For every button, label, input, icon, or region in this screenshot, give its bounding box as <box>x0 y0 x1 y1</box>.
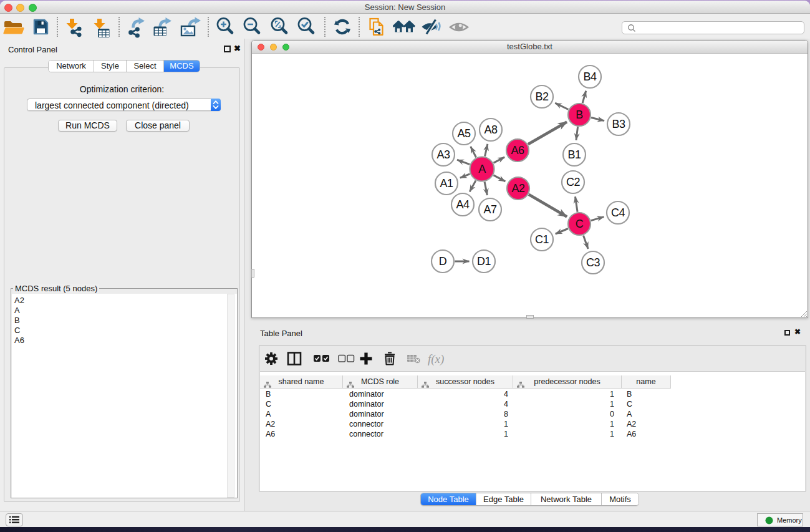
svg-text:A7: A7 <box>483 203 497 216</box>
svg-text:A4: A4 <box>456 198 470 211</box>
svg-text:B1: B1 <box>567 148 581 161</box>
svg-text:B: B <box>576 109 583 121</box>
svg-text:C2: C2 <box>566 176 580 188</box>
svg-text:A2: A2 <box>511 182 525 195</box>
svg-text:A8: A8 <box>484 123 498 136</box>
svg-text:A3: A3 <box>436 148 450 161</box>
svg-text:B4: B4 <box>583 70 597 83</box>
svg-text:C4: C4 <box>611 206 625 219</box>
svg-text:f(x): f(x) <box>428 352 444 366</box>
svg-text:C3: C3 <box>586 256 600 269</box>
svg-text:A: A <box>478 163 486 175</box>
svg-text:D1: D1 <box>477 255 491 268</box>
svg-text:A5: A5 <box>457 127 471 140</box>
svg-text:D: D <box>439 255 447 268</box>
svg-text:B2: B2 <box>535 90 549 103</box>
svg-text:C: C <box>576 218 584 230</box>
svg-text:A6: A6 <box>511 144 524 157</box>
svg-text:A1: A1 <box>440 177 453 190</box>
svg-text:C1: C1 <box>535 233 549 246</box>
svg-text:B3: B3 <box>612 118 625 130</box>
